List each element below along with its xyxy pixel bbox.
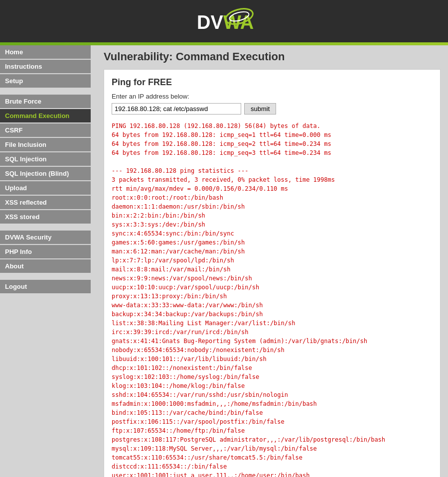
box-title: Ping for FREE — [112, 77, 433, 88]
ip-label: Enter an IP address below: — [112, 93, 433, 100]
svg-text:DV: DV — [197, 12, 223, 33]
sidebar-item-sql-injection[interactable]: SQL Injection — [0, 152, 91, 166]
sidebar: Home Instructions Setup Brute Force Comm… — [0, 45, 96, 477]
ip-input[interactable] — [112, 103, 241, 115]
content-box: Ping for FREE Enter an IP address below:… — [104, 69, 441, 477]
sidebar-item-file-inclusion[interactable]: File Inclusion — [0, 138, 91, 151]
sidebar-item-setup[interactable]: Setup — [0, 74, 91, 88]
sidebar-section-mid: Brute Force Command Execution CSRF File … — [0, 95, 96, 224]
sidebar-item-sql-injection-blind[interactable]: SQL Injection (Blind) — [0, 167, 91, 180]
sidebar-item-command-execution[interactable]: Command Execution — [0, 109, 91, 122]
sidebar-section-bot: DVWA Security PHP Info About — [0, 231, 96, 273]
sidebar-section-logout: Logout — [0, 280, 96, 293]
sidebar-item-csrf[interactable]: CSRF — [0, 123, 91, 137]
page-title: Vulnerability: Command Execution — [104, 50, 441, 63]
sidebar-item-logout[interactable]: Logout — [0, 280, 91, 293]
sidebar-item-brute-force[interactable]: Brute Force — [0, 95, 91, 108]
sidebar-item-instructions[interactable]: Instructions — [0, 60, 91, 73]
header: DV WA — [0, 0, 448, 42]
sidebar-item-home[interactable]: Home — [0, 45, 91, 59]
command-output: PING 192.168.80.128 (192.168.80.128) 56(… — [112, 121, 433, 477]
sidebar-item-upload[interactable]: Upload — [0, 181, 91, 195]
logo: DV WA — [194, 6, 254, 36]
submit-button[interactable]: submit — [244, 103, 276, 115]
sidebar-item-xss-stored[interactable]: XSS stored — [0, 210, 91, 224]
input-row: submit — [112, 103, 433, 115]
sidebar-section-top: Home Instructions Setup — [0, 45, 96, 88]
main-content: Vulnerability: Command Execution Ping fo… — [96, 45, 448, 477]
sidebar-item-php-info[interactable]: PHP Info — [0, 245, 91, 258]
sidebar-item-xss-reflected[interactable]: XSS reflected — [0, 196, 91, 209]
sidebar-item-dvwa-security[interactable]: DVWA Security — [0, 231, 91, 244]
sidebar-item-about[interactable]: About — [0, 259, 91, 273]
